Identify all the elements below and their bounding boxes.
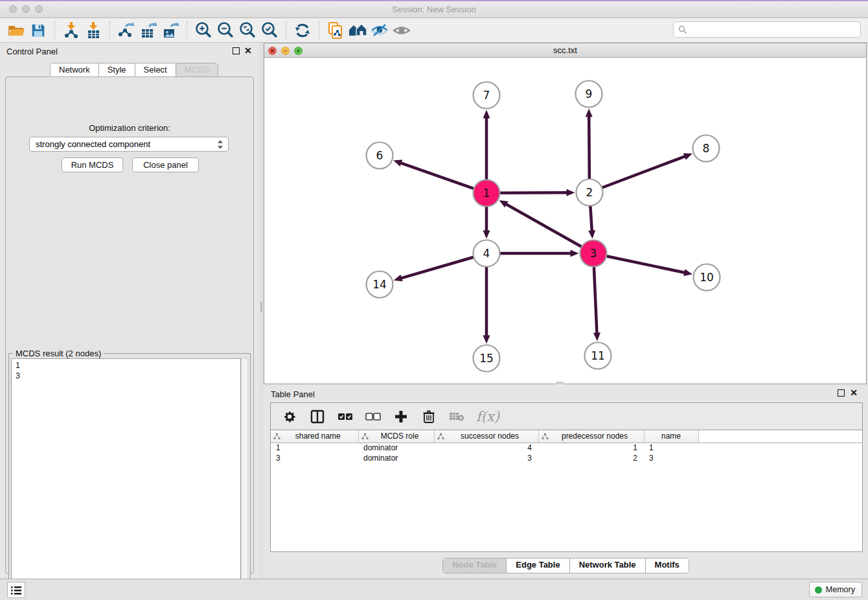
export-table-button[interactable] [137, 20, 159, 41]
graph-edge-4-3[interactable] [500, 250, 579, 257]
memory-status-icon [815, 586, 822, 594]
tab-edge-table[interactable]: Edge Table [507, 559, 569, 573]
tab-network[interactable]: Network [51, 63, 99, 76]
column-view-button[interactable] [309, 408, 326, 425]
graph-node-7[interactable]: 7 [474, 82, 500, 109]
delete-column-button[interactable] [420, 408, 437, 425]
close-panel-button[interactable]: Close panel [132, 157, 199, 172]
graph-edge-2-9[interactable] [586, 108, 593, 179]
graph-node-15[interactable]: 15 [474, 345, 500, 372]
graph-node-9[interactable]: 9 [576, 81, 602, 108]
tab-select[interactable]: Select [135, 63, 176, 76]
float-table-panel-icon[interactable] [838, 389, 845, 397]
save-session-button[interactable] [27, 20, 49, 41]
search-input[interactable] [687, 22, 860, 37]
hide-selected-button[interactable] [369, 20, 391, 41]
graph-edge-3-11[interactable] [593, 266, 600, 341]
graph-edge-3-1[interactable] [499, 200, 582, 247]
graph-edge-1-7[interactable] [483, 110, 490, 180]
add-column-button[interactable] [393, 408, 409, 425]
show-all-button[interactable] [391, 20, 413, 41]
network-window-titlebar[interactable]: ✕ − + scc.txt [264, 43, 866, 58]
graph-edge-4-14[interactable] [394, 257, 474, 282]
zoom-selected-button[interactable] [258, 20, 280, 41]
graph-node-3[interactable]: 3 [580, 240, 607, 267]
graph-node-6[interactable]: 6 [367, 143, 393, 169]
import-network-button[interactable] [60, 20, 82, 41]
graph-edge-1-4[interactable] [483, 207, 490, 239]
graph-node-11[interactable]: 11 [585, 343, 611, 369]
tab-mcds[interactable]: MCDS [176, 63, 218, 76]
open-session-button[interactable] [5, 20, 27, 41]
vertical-splitter[interactable] [259, 43, 264, 579]
table-cell[interactable]: 4 [434, 443, 538, 453]
float-panel-icon[interactable] [233, 47, 240, 54]
run-mcds-button[interactable]: Run MCDS [62, 157, 123, 172]
column-header-mcds-role[interactable]: MCDS role [358, 430, 434, 443]
task-history-button[interactable] [7, 582, 25, 598]
table-cell[interactable]: 2 [538, 453, 644, 463]
select-all-button[interactable] [337, 408, 354, 425]
table-cell[interactable]: dominator [358, 443, 434, 453]
toolbar-separator [187, 21, 187, 40]
graph-edge-4-15[interactable] [483, 267, 490, 344]
network-from-selection-button[interactable] [325, 20, 347, 41]
unchecked-boxes-icon [365, 412, 381, 421]
graph-node-8[interactable]: 8 [693, 135, 720, 162]
first-neighbors-button[interactable] [347, 20, 369, 41]
table-cell[interactable]: 3 [271, 453, 358, 463]
table-cell[interactable]: 1 [644, 443, 698, 453]
graph-node-1[interactable]: 1 [474, 180, 500, 207]
graph-edge-2-8[interactable] [602, 153, 692, 187]
horizontal-splitter-grip[interactable] [556, 382, 564, 384]
close-table-panel-icon[interactable]: ✕ [850, 387, 858, 398]
tab-style[interactable]: Style [99, 63, 135, 76]
mcds-result-text[interactable]: 1 3 [11, 358, 241, 595]
table-cell[interactable]: 1 [538, 443, 644, 453]
memory-button[interactable]: Memory [809, 582, 862, 597]
tab-network-table[interactable]: Network Table [570, 559, 646, 573]
table-cell[interactable]: 1 [271, 443, 358, 453]
function-builder-button[interactable]: f(x) [476, 408, 499, 425]
zoom-in-button[interactable] [192, 20, 214, 41]
import-table-button[interactable] [82, 20, 104, 41]
graph-node-label: 2 [586, 186, 593, 199]
graph-node-10[interactable]: 10 [694, 264, 720, 291]
tab-motifs[interactable]: Motifs [646, 559, 689, 573]
graph-edge-1-6[interactable] [393, 160, 474, 189]
zoom-out-button[interactable] [214, 20, 236, 41]
column-header-successor-nodes[interactable]: successor nodes [434, 430, 538, 443]
graph-edge-1-2[interactable] [499, 189, 575, 196]
deselect-all-button[interactable] [365, 408, 382, 425]
mcds-tab-content: Optimization criterion: strongly connect… [5, 76, 254, 574]
close-panel-icon[interactable]: ✕ [244, 45, 252, 56]
graph-node-label: 7 [483, 89, 490, 102]
graph-node-14[interactable]: 14 [367, 271, 393, 298]
table-row[interactable]: 1dominator411 [271, 443, 862, 453]
graph-edge-2-3[interactable] [588, 205, 595, 238]
graph-node-2[interactable]: 2 [577, 179, 603, 206]
table-cell[interactable]: 3 [644, 453, 698, 463]
copy-network-icon [326, 21, 345, 40]
graph-edge-3-10[interactable] [606, 256, 692, 276]
table-cell[interactable]: dominator [358, 453, 434, 463]
mcds-result-scrollbar[interactable] [241, 358, 248, 595]
column-header-name[interactable]: name [644, 430, 698, 443]
zoom-out-icon [216, 21, 235, 40]
export-network-button[interactable] [115, 20, 137, 41]
table-row[interactable]: 3dominator323 [271, 453, 862, 463]
export-image-button[interactable] [159, 20, 181, 41]
criterion-dropdown[interactable]: strongly connected component [29, 137, 229, 152]
delete-table-button[interactable] [448, 408, 465, 425]
column-header-predecessor-nodes[interactable]: predecessor nodes [538, 430, 644, 443]
graph-node-4[interactable]: 4 [474, 240, 500, 267]
graph-node-label: 14 [372, 278, 387, 291]
tab-node-table[interactable]: Node Table [443, 559, 507, 573]
apply-layout-button[interactable] [291, 20, 314, 41]
table-settings-button[interactable] [281, 408, 298, 425]
zoom-fit-button[interactable] [236, 20, 258, 41]
table-cell[interactable]: 3 [434, 453, 538, 463]
table-toolbar: f(x) [270, 402, 863, 430]
column-header-shared-name[interactable]: shared name [271, 430, 358, 443]
network-canvas[interactable]: 1234678910111415 [264, 58, 866, 384]
